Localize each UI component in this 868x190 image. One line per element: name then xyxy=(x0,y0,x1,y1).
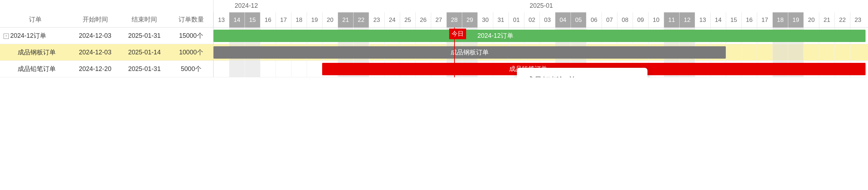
gantt-bar-label: 2024-12订单 xyxy=(477,30,513,42)
day-cell[interactable]: 05 xyxy=(571,12,586,28)
day-cell[interactable]: 20 xyxy=(803,12,819,28)
day-cell[interactable]: 16 xyxy=(741,12,757,28)
gantt-bar-label: 成品钢板订单 xyxy=(451,49,489,56)
day-cell[interactable]: 21 xyxy=(338,12,353,28)
header-qty: 订单数量 xyxy=(169,15,213,24)
day-cell[interactable]: 31 xyxy=(493,12,508,28)
day-cell[interactable]: 22 xyxy=(353,12,369,28)
day-cell[interactable]: 11 xyxy=(664,12,679,28)
day-cell[interactable]: 23 xyxy=(369,12,384,28)
day-cell[interactable]: 15 xyxy=(245,12,260,28)
day-cell[interactable]: 08 xyxy=(617,12,633,28)
table-row[interactable]: 成品铅笔订单2024-12-202025-01-315000个 xyxy=(0,61,213,77)
month-label-2: 2025-01 xyxy=(508,0,866,12)
gantt-bar[interactable]: 2024-12订单 xyxy=(213,30,866,42)
timeline-header: 2024-12 2025-01 131415161718192021222324… xyxy=(213,0,868,28)
timeline-row: 成品钢板订单 xyxy=(213,44,868,61)
day-cell[interactable]: 19 xyxy=(307,12,322,28)
day-cell[interactable]: 26 xyxy=(415,12,431,28)
table-header: 订单 开始时间 结束时间 订单数量 xyxy=(0,0,213,28)
header-order: 订单 xyxy=(0,15,71,24)
day-cell[interactable]: 14 xyxy=(229,12,245,28)
table-row[interactable]: -2024-12订单2024-12-032025-01-3115000个 xyxy=(0,28,213,44)
table-row[interactable]: 成品钢板订单2024-12-032025-01-1410000个 xyxy=(0,44,213,61)
order-name: 2024-12订单 xyxy=(10,32,46,39)
day-cell[interactable]: 01 xyxy=(508,12,524,28)
collapse-icon[interactable]: - xyxy=(4,34,9,39)
header-start: 开始时间 xyxy=(71,15,120,24)
tooltip: 成品钢板订单 计划开始 : 2024-12-03 计划结束 : 2025-01-… xyxy=(517,68,647,77)
month-label-1: 2024-12 xyxy=(213,0,508,12)
day-cell[interactable]: 17 xyxy=(757,12,772,28)
gantt-bar[interactable]: 成品钢板订单 xyxy=(213,46,726,59)
day-cell[interactable]: 27 xyxy=(431,12,446,28)
end-date: 2025-01-31 xyxy=(120,65,169,73)
day-cell[interactable]: 30 xyxy=(477,12,493,28)
day-cell[interactable]: 09 xyxy=(633,12,648,28)
header-end: 结束时间 xyxy=(120,15,169,24)
day-cell[interactable]: 10 xyxy=(648,12,664,28)
day-cell[interactable]: 07 xyxy=(602,12,617,28)
day-cell[interactable]: 03 xyxy=(540,12,555,28)
day-cell[interactable]: 21 xyxy=(819,12,834,28)
day-cell[interactable]: 20 xyxy=(322,12,338,28)
day-cell[interactable]: 29 xyxy=(462,12,477,28)
order-name: 成品钢板订单 xyxy=(18,49,56,56)
day-cell[interactable]: 18 xyxy=(291,12,307,28)
day-cell[interactable]: 15 xyxy=(726,12,741,28)
order-name: 成品铅笔订单 xyxy=(18,65,56,72)
today-label: 今日 xyxy=(449,29,466,39)
day-cell[interactable]: 04 xyxy=(555,12,571,28)
day-cell[interactable]: 19 xyxy=(788,12,803,28)
day-cell[interactable]: 13 xyxy=(213,12,229,28)
day-cell[interactable]: 24 xyxy=(384,12,400,28)
day-cell[interactable]: 18 xyxy=(772,12,788,28)
day-cell[interactable]: 14 xyxy=(710,12,726,28)
day-cell[interactable]: 02 xyxy=(524,12,540,28)
day-cell[interactable]: 28 xyxy=(446,12,462,28)
quantity: 15000个 xyxy=(169,31,213,40)
day-cell[interactable]: 23 xyxy=(850,12,866,28)
end-date: 2025-01-31 xyxy=(120,32,169,40)
day-cell[interactable]: 13 xyxy=(695,12,710,28)
start-date: 2024-12-03 xyxy=(71,32,120,40)
quantity: 10000个 xyxy=(169,48,213,57)
day-cell[interactable]: 22 xyxy=(834,12,850,28)
day-cell[interactable]: 25 xyxy=(400,12,415,28)
day-cell[interactable]: 17 xyxy=(276,12,291,28)
quantity: 5000个 xyxy=(169,65,213,73)
start-date: 2024-12-03 xyxy=(71,49,120,56)
tooltip-title: 成品钢板订单 xyxy=(525,75,639,77)
day-cell[interactable]: 12 xyxy=(679,12,695,28)
timeline-row: 2024-12订单 xyxy=(213,28,868,44)
day-cell[interactable]: 06 xyxy=(586,12,602,28)
day-cell[interactable]: 16 xyxy=(260,12,276,28)
end-date: 2025-01-14 xyxy=(120,49,169,56)
start-date: 2024-12-20 xyxy=(71,65,120,73)
